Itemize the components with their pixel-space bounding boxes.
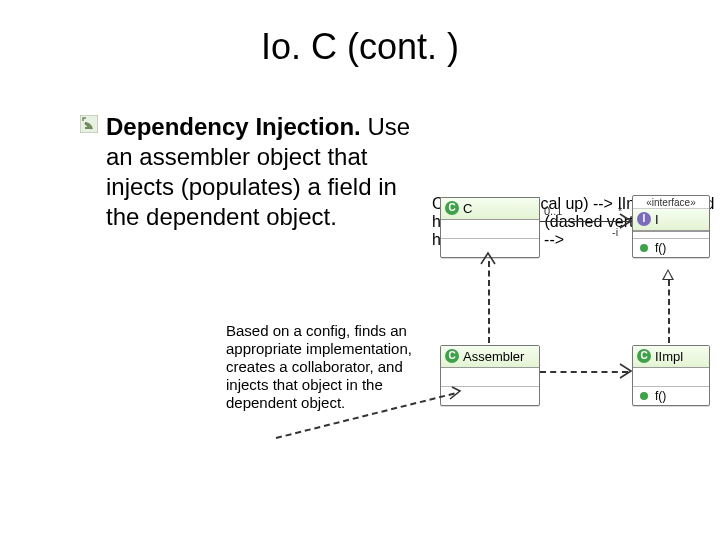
interface-method-label: f()	[655, 241, 666, 255]
role-label: -i	[612, 226, 618, 238]
bullet-strong: Dependency Injection.	[106, 113, 361, 140]
sub-note: Based on a config, finds an appropriate …	[226, 322, 426, 412]
uml-diagram: C C «interface» I I f() C Assembler	[432, 195, 720, 465]
iimpl-method-label: f()	[655, 389, 666, 403]
uml-class-c: C C	[440, 197, 540, 258]
class-c-label: C	[463, 201, 472, 216]
class-method: f()	[633, 387, 709, 405]
interface-badge-icon: I	[637, 212, 651, 226]
class-assembler-label: Assembler	[463, 349, 524, 364]
interface-method: f()	[633, 239, 709, 257]
realization-arrow-icon	[662, 269, 674, 280]
class-badge-icon: C	[637, 349, 651, 363]
uml-interface-i: «interface» I I f()	[632, 195, 710, 258]
method-visibility-icon	[640, 244, 648, 252]
interface-i-label: I	[655, 212, 659, 227]
arrowhead-icon	[448, 385, 466, 403]
dependency-line	[488, 261, 490, 343]
bullet-icon	[80, 115, 98, 133]
stereotype-label: «interface»	[633, 196, 709, 208]
class-iimpl-label: IImpl	[655, 349, 683, 364]
method-visibility-icon	[640, 392, 648, 400]
slide-title: Io. C (cont. )	[0, 26, 720, 68]
class-badge-icon: C	[445, 201, 459, 215]
uml-class-iimpl: C IImpl f()	[632, 345, 710, 406]
dependency-line	[540, 371, 628, 373]
arrowhead-icon	[479, 251, 497, 267]
arrowhead-icon	[618, 362, 634, 380]
bullet-item: Dependency Injection. Use an assembler o…	[106, 112, 426, 232]
realization-line	[668, 280, 670, 343]
class-badge-icon: C	[445, 349, 459, 363]
multiplicity-label: 0..1	[544, 205, 562, 217]
multiplicity-label: *	[618, 205, 622, 217]
